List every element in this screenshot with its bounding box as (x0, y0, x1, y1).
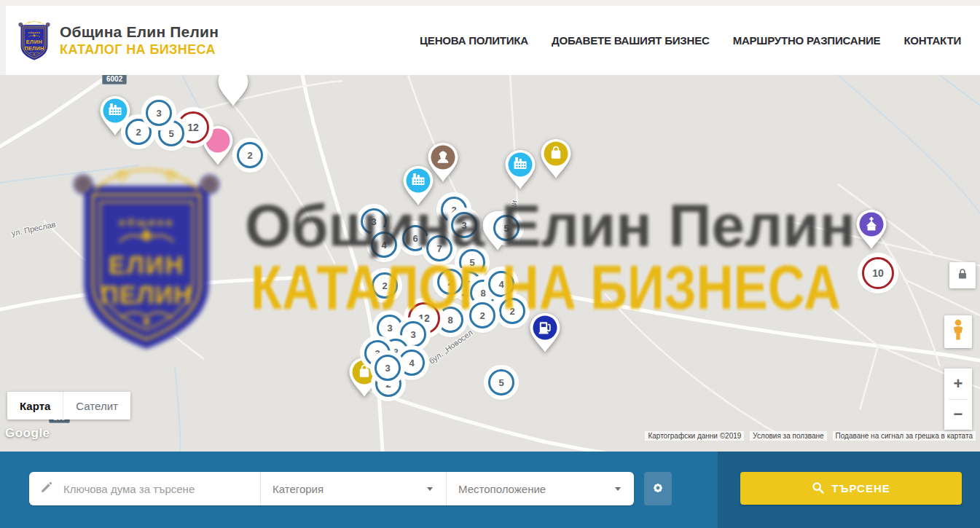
google-logo[interactable]: Google (5, 426, 50, 441)
search-button[interactable]: ТЪРСЕНЕ (740, 472, 962, 505)
category-pin-blank[interactable] (217, 75, 249, 110)
cluster-count: 5 (503, 223, 509, 234)
map-type-control: КартаСателит (7, 392, 130, 419)
pencil-icon (40, 481, 53, 497)
cluster-marker[interactable]: 3 (361, 208, 387, 235)
cluster-count: 6 (412, 233, 418, 244)
cluster-count: 12 (418, 312, 430, 324)
cluster-count: 5 (168, 128, 173, 139)
category-select-value: Категория (273, 483, 324, 495)
cluster-marker[interactable]: 4 (399, 350, 425, 376)
cluster-marker[interactable]: 2 (125, 119, 152, 145)
cluster-marker[interactable]: 2 (372, 272, 398, 299)
nav-item-pricing[interactable]: ЦЕНОВА ПОЛИТИКА (420, 34, 528, 47)
cluster-count: 4 (381, 240, 386, 251)
cluster-marker[interactable]: 5 (488, 369, 514, 395)
lock-button[interactable] (949, 262, 976, 288)
zoom-out-button[interactable]: − (944, 400, 972, 430)
cluster-marker[interactable]: 7 (426, 235, 452, 261)
cluster-count: 5 (498, 377, 503, 388)
cluster-marker[interactable]: 10 (862, 257, 894, 289)
cluster-marker[interactable]: 2 (437, 269, 463, 295)
category-pin-factory[interactable] (504, 149, 536, 193)
search-fields: Категория Местоположение (29, 472, 634, 505)
svg-text:община: община (28, 31, 40, 34)
category-select[interactable]: Категория (260, 472, 446, 505)
cluster-count: 4 (498, 279, 503, 290)
cluster-marker[interactable]: 3 (451, 212, 477, 238)
cluster-count: 2 (479, 310, 485, 321)
cluster-marker[interactable]: 3 (146, 100, 172, 126)
cluster-count: 2 (136, 127, 141, 138)
zoom-control: + − (944, 369, 972, 430)
cluster-count: 5 (469, 257, 474, 268)
cluster-count: 2 (382, 280, 387, 291)
svg-text:ПЕЛИН: ПЕЛИН (24, 45, 44, 52)
cluster-count: 3 (371, 216, 376, 227)
cluster-marker[interactable]: 2 (499, 298, 525, 324)
municipality-crest-logo: община ЕЛИН ПЕЛИН (16, 18, 52, 63)
cluster-count: 2 (451, 205, 456, 216)
search-icon (812, 481, 824, 496)
cluster-marker[interactable]: 4 (371, 232, 397, 258)
cluster-count: 2 (447, 277, 452, 288)
pegman-button[interactable] (944, 315, 972, 348)
cluster-marker[interactable]: 3 (377, 315, 403, 341)
site-title: Община Елин Пелин (60, 23, 219, 41)
nav-item-route-schedule[interactable]: МАРШРУТНО РАЗПИСАНИЕ (733, 34, 881, 47)
category-pin-factory[interactable] (402, 165, 434, 209)
map-attribution: Картографски данни ©2019Условия за ползв… (645, 431, 976, 441)
report-map-error-link[interactable]: Подаване на сигнал за грешка в картата (833, 431, 976, 441)
cluster-marker[interactable]: 3 (375, 355, 401, 381)
map-data-attribution: Картографски данни ©2019 (645, 431, 744, 441)
map-type-map-button[interactable]: Карта (7, 392, 63, 419)
cluster-count: 3 (461, 220, 466, 231)
category-pin-church[interactable] (855, 209, 887, 253)
keyword-field-wrap (29, 472, 260, 505)
site-subtitle: КАТАЛОГ НА БИЗНЕСА (60, 42, 219, 58)
cluster-count: 4 (409, 358, 414, 369)
keyword-search-input[interactable] (62, 482, 260, 496)
nav-item-contacts[interactable]: КОНТАКТИ (903, 34, 961, 47)
zoom-in-button[interactable]: + (944, 369, 972, 399)
cluster-count: 3 (387, 323, 392, 334)
svg-text:ЕЛИН: ЕЛИН (26, 39, 42, 45)
cluster-marker[interactable]: 6 (402, 225, 428, 251)
search-bar: Категория Местоположение ТЪРСЕНЕ (0, 452, 980, 528)
cluster-marker[interactable]: 2 (237, 142, 263, 168)
cluster-count: 8 (480, 288, 485, 299)
cluster-count: 3 (156, 108, 161, 119)
terms-link[interactable]: Условия за ползване (750, 431, 826, 441)
cluster-marker[interactable]: 4 (488, 271, 514, 297)
map-markers-layer: 1252322353647527284228123383243510 (0, 75, 980, 452)
cluster-marker[interactable]: 2 (469, 302, 495, 328)
location-select[interactable]: Местоположение (446, 472, 634, 505)
advanced-settings-button[interactable] (644, 472, 672, 505)
cluster-count: 8 (447, 315, 452, 326)
location-select-value: Местоположение (458, 483, 546, 495)
cluster-marker[interactable]: 5 (493, 215, 520, 241)
pegman-icon (950, 319, 966, 344)
map-type-satellite-button[interactable]: Сателит (63, 392, 130, 419)
chevron-down-icon (427, 487, 433, 491)
logo-text: Община Елин Пелин КАТАЛОГ НА БИЗНЕСА (60, 23, 219, 58)
main-nav: ЦЕНОВА ПОЛИТИКАДОБАВЕТЕ ВАШИЯТ БИЗНЕСМАР… (420, 34, 961, 47)
lock-icon (957, 268, 968, 283)
cluster-count: 3 (410, 329, 415, 340)
search-button-label: ТЪРСЕНЕ (831, 482, 890, 494)
cluster-count: 3 (385, 363, 390, 374)
cluster-count: 10 (872, 267, 884, 279)
cluster-marker[interactable]: 8 (437, 307, 463, 333)
cluster-count: 12 (187, 122, 199, 133)
category-pin-shopping-bag[interactable] (540, 138, 572, 182)
map-canvas[interactable]: ул. Преславбул. „Новоселци6002105 (0, 75, 980, 452)
cluster-count: 7 (436, 243, 442, 254)
chevron-down-icon (615, 487, 621, 491)
logo[interactable]: община ЕЛИН ПЕЛИН Община Елин Пелин КАТА… (16, 18, 219, 63)
header: община ЕЛИН ПЕЛИН Община Елин Пелин КАТА… (6, 6, 980, 75)
cluster-count: 2 (247, 150, 252, 161)
gear-icon (650, 480, 666, 498)
cluster-count: 2 (509, 306, 514, 317)
category-pin-fuel[interactable] (529, 312, 561, 356)
nav-item-add-business[interactable]: ДОБАВЕТЕ ВАШИЯТ БИЗНЕС (552, 34, 710, 47)
